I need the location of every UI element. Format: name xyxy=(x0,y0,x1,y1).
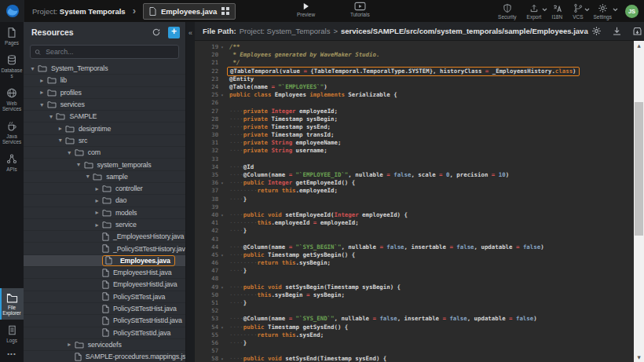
sidebar-item-databases[interactable]: Databases xyxy=(0,49,24,82)
line-number: 55 xyxy=(195,331,218,339)
tree-item[interactable]: EmployeesHist.java xyxy=(24,267,185,279)
expander-icon[interactable]: ▸ xyxy=(92,185,102,192)
caret-down-icon[interactable] xyxy=(542,8,547,12)
code-editor[interactable]: 19▾/**20 * Employees generated by WaveMa… xyxy=(195,41,644,362)
sidebar-item-java-services[interactable]: Java Services xyxy=(0,115,24,148)
sidebar-item-file-explorer[interactable]: File Explorer xyxy=(0,288,24,320)
expander-icon[interactable]: ▾ xyxy=(37,101,47,108)
project-label: Project: xyxy=(32,7,57,16)
tree-item[interactable]: ▸models xyxy=(24,207,185,219)
fold-marker-icon[interactable]: ▾ xyxy=(218,324,226,331)
tree-item[interactable]: Employees.java xyxy=(24,255,185,267)
open-file-tab[interactable]: Employees.java xyxy=(143,3,236,20)
tree-item[interactable]: ▾System_Temporals xyxy=(24,63,185,75)
tree-item-label: profiles xyxy=(60,89,82,97)
scroll-up-icon[interactable]: ▲ xyxy=(634,41,644,50)
line-number: 24 xyxy=(195,83,218,91)
tree-item[interactable]: ▾services xyxy=(24,99,185,111)
sidebar-more-icon[interactable]: ••• xyxy=(0,347,24,362)
resource-search[interactable] xyxy=(30,45,179,59)
preview-button[interactable]: Preview xyxy=(297,2,315,17)
security-button[interactable]: Security xyxy=(498,3,516,20)
collapse-panel-icon[interactable]: « xyxy=(186,28,195,38)
fold-marker-icon[interactable]: ▾ xyxy=(218,251,226,259)
caret-down-icon[interactable] xyxy=(613,8,618,12)
scroll-down-icon[interactable]: ▼ xyxy=(634,353,644,362)
tree-item[interactable]: ▸service xyxy=(24,219,185,231)
grid-icon[interactable] xyxy=(221,7,229,15)
expander-icon[interactable]: ▸ xyxy=(92,221,102,229)
tree-item[interactable]: ▾sample xyxy=(24,171,185,183)
tree-item[interactable]: PolicySttTestHist.java xyxy=(24,303,185,315)
code-line: 23@Entity xyxy=(195,75,644,83)
add-resource-button[interactable]: + xyxy=(168,27,180,38)
tree-item[interactable]: EmployeesHistId.java xyxy=(24,279,185,291)
tree-item[interactable]: SAMPLE-procedures.mappings.json xyxy=(24,351,185,362)
expander-icon[interactable]: ▸ xyxy=(55,125,65,132)
app-logo[interactable] xyxy=(0,0,24,22)
file-icon xyxy=(102,305,109,313)
sidebar-item-logs[interactable]: Logs xyxy=(0,320,24,347)
tree-item[interactable]: PolicySttTestHistId.java xyxy=(24,315,185,327)
tree-item[interactable]: ▸servicedefs xyxy=(24,339,185,351)
expander-icon[interactable]: ▸ xyxy=(37,77,47,84)
tree-item[interactable]: ▾SAMPLE xyxy=(24,111,185,122)
sidebar-item-apis[interactable]: APIs xyxy=(0,148,24,176)
search-input[interactable] xyxy=(44,47,174,57)
expander-icon[interactable]: ▸ xyxy=(64,341,75,348)
fold-marker-icon[interactable]: ▾ xyxy=(218,211,226,219)
tree-item[interactable]: ▾com xyxy=(24,147,185,159)
line-number: 39 xyxy=(195,203,218,211)
tree-item[interactable]: PolicySttTestId.java xyxy=(24,327,185,339)
tree-item[interactable]: ▾src xyxy=(24,135,185,147)
i18n-button[interactable]: I18N xyxy=(551,3,562,20)
tree-item[interactable]: ▸lib xyxy=(24,75,185,86)
expander-icon[interactable]: ▾ xyxy=(74,161,84,168)
code-line: 54▾····public Timestamp getSysEnd() { xyxy=(195,324,644,331)
expander-icon[interactable]: ▾ xyxy=(46,113,56,120)
file-icon xyxy=(102,269,109,277)
fold-marker-icon[interactable]: ▾ xyxy=(218,43,226,51)
tree-item[interactable]: PolicySttTest.java xyxy=(24,291,185,303)
pages-icon xyxy=(6,27,17,38)
tree-item[interactable]: ▸profiles xyxy=(24,87,185,99)
vcs-button[interactable]: VCS xyxy=(573,3,583,20)
expander-icon[interactable]: ▸ xyxy=(37,89,47,96)
tree-item[interactable]: _EmployeesHistory.java xyxy=(24,231,185,243)
folder-icon xyxy=(75,148,84,156)
expander-icon[interactable]: ▸ xyxy=(92,197,102,204)
topbar-actions: SecurityExportI18NVCSSettingsJS xyxy=(498,3,644,20)
tree-item[interactable]: ▸controller xyxy=(24,183,185,195)
tree-item[interactable]: ▾system_temporals xyxy=(24,159,185,170)
fold-marker-icon[interactable]: ▾ xyxy=(218,179,226,187)
tree-item-label: designtime xyxy=(79,125,111,133)
settings-button[interactable]: Settings xyxy=(594,3,613,20)
expander-icon[interactable]: ▾ xyxy=(64,149,75,156)
fold-marker-icon[interactable]: ▾ xyxy=(218,91,226,99)
tutorials-button[interactable]: Tutorials xyxy=(350,2,370,17)
expander-icon[interactable]: ▸ xyxy=(92,209,102,216)
expander-icon[interactable]: ▾ xyxy=(27,65,38,72)
sidebar-item-pages[interactable]: Pages xyxy=(0,22,24,49)
tree-item[interactable]: ▸designtime xyxy=(24,122,185,134)
tree-item-label: PolicySttTest.java xyxy=(113,293,165,301)
save-icon[interactable] xyxy=(632,26,642,36)
code-line: 56····} xyxy=(195,339,644,347)
editor-scrollbar[interactable]: ▲ ▼ xyxy=(634,41,644,362)
code-line: 58▾····public void setSysEnd(Timestamp s… xyxy=(195,355,644,362)
fold-marker-icon[interactable]: ▾ xyxy=(218,355,226,362)
user-avatar[interactable]: JS xyxy=(625,5,639,18)
sidebar-item-web-services[interactable]: Web Services xyxy=(0,82,24,115)
tree-item[interactable]: _PolicySttTestHistory.java xyxy=(24,243,185,254)
caret-down-icon[interactable] xyxy=(584,8,590,12)
settings-gear-icon[interactable] xyxy=(591,26,602,36)
refresh-icon[interactable] xyxy=(152,27,161,37)
export-button[interactable]: Export xyxy=(527,3,542,20)
tree-item-label: src xyxy=(79,137,87,144)
download-icon[interactable] xyxy=(612,26,622,36)
expander-icon[interactable]: ▾ xyxy=(55,137,65,144)
fold-marker-icon[interactable]: ▾ xyxy=(218,283,226,291)
scrollbar-thumb[interactable] xyxy=(635,102,643,236)
expander-icon[interactable]: ▾ xyxy=(82,173,93,180)
tree-item[interactable]: ▸dao xyxy=(24,195,185,207)
